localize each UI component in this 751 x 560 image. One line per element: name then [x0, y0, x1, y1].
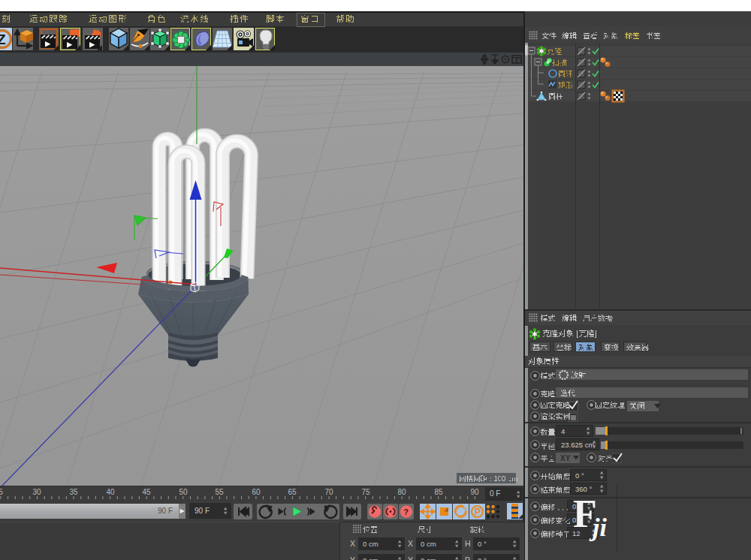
svg-text:Z: Z — [0, 32, 6, 47]
svg-text:?: ? — [403, 507, 409, 516]
svg-text:P: P — [475, 507, 481, 517]
